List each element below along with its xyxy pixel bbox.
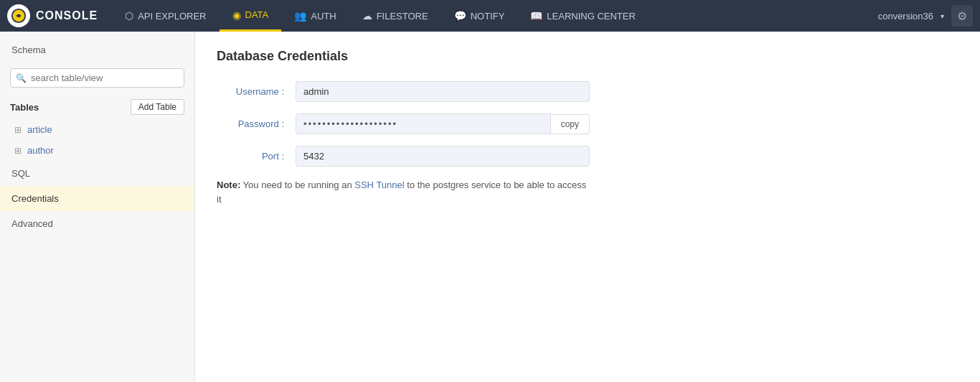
nav-item-api-explorer[interactable]: ⬡ API EXPLORER: [112, 0, 219, 32]
note-bold: Note:: [217, 180, 240, 190]
password-input[interactable]: [296, 113, 551, 134]
nav-links: ⬡ API EXPLORER ◉ DATA 👥 AUTH ☁ FILESTORE…: [112, 0, 878, 32]
username-row: Username :: [217, 81, 590, 102]
copy-password-button[interactable]: copy: [551, 114, 590, 134]
user-name: conversion36: [878, 11, 933, 22]
main-layout: Schema 🔍 Tables Add Table ⊞ article ⊞ au…: [0, 32, 980, 382]
password-label: Password :: [217, 118, 296, 129]
nav-item-auth[interactable]: 👥 AUTH: [281, 0, 349, 32]
settings-button[interactable]: ⚙: [951, 5, 973, 27]
table-grid-icon: ⊞: [14, 146, 22, 156]
nav-item-learning-center[interactable]: 📖 LEARNING CENTER: [517, 0, 649, 32]
logo-text: CONSOLE: [36, 9, 98, 22]
sidebar-item-credentials[interactable]: Credentials: [0, 186, 194, 211]
logo[interactable]: CONSOLE: [7, 4, 98, 27]
auth-icon: 👥: [294, 10, 306, 22]
search-input[interactable]: [10, 68, 184, 88]
credentials-form: Username : Password : copy Port : Note: …: [217, 81, 590, 206]
search-icon: 🔍: [16, 73, 27, 83]
filestore-icon: ☁: [362, 10, 372, 22]
learning-center-icon: 📖: [530, 10, 542, 22]
api-explorer-icon: ⬡: [125, 10, 133, 22]
sidebar-item-schema[interactable]: Schema: [0, 39, 194, 61]
note-text: You need to be running an: [243, 180, 355, 190]
table-grid-icon: ⊞: [14, 125, 22, 135]
port-label: Port :: [217, 151, 296, 162]
user-chevron-icon[interactable]: ▾: [941, 12, 944, 20]
ssh-tunnel-link[interactable]: SSH Tunnel: [354, 180, 404, 190]
port-input[interactable]: [296, 146, 590, 167]
notify-icon: 💬: [454, 10, 466, 22]
sidebar-item-article[interactable]: ⊞ article: [0, 119, 194, 140]
note-box: Note: You need to be running an SSH Tunn…: [217, 178, 590, 206]
sidebar: Schema 🔍 Tables Add Table ⊞ article ⊞ au…: [0, 32, 195, 382]
sidebar-item-author[interactable]: ⊞ author: [0, 140, 194, 161]
sidebar-item-sql[interactable]: SQL: [0, 161, 194, 186]
topnav-right: conversion36 ▾ ⚙: [878, 5, 973, 27]
sidebar-item-advanced[interactable]: Advanced: [0, 211, 194, 236]
logo-icon: [7, 4, 30, 27]
nav-item-notify[interactable]: 💬 NOTIFY: [441, 0, 518, 32]
password-field-group: copy: [296, 113, 590, 134]
sidebar-search-container: 🔍: [0, 61, 194, 95]
port-row: Port :: [217, 146, 590, 167]
main-content: Database Credentials Username : Password…: [195, 32, 980, 382]
page-title: Database Credentials: [217, 49, 958, 64]
top-navigation: CONSOLE ⬡ API EXPLORER ◉ DATA 👥 AUTH ☁ F…: [0, 0, 980, 32]
password-row: Password : copy: [217, 113, 590, 134]
username-label: Username :: [217, 86, 296, 97]
add-table-button[interactable]: Add Table: [131, 99, 184, 115]
tables-label: Tables: [10, 102, 39, 113]
username-input[interactable]: [296, 81, 590, 102]
data-icon: ◉: [232, 9, 241, 21]
nav-item-data[interactable]: ◉ DATA: [220, 0, 282, 32]
nav-item-filestore[interactable]: ☁ FILESTORE: [349, 0, 441, 32]
tables-header: Tables Add Table: [0, 95, 194, 119]
